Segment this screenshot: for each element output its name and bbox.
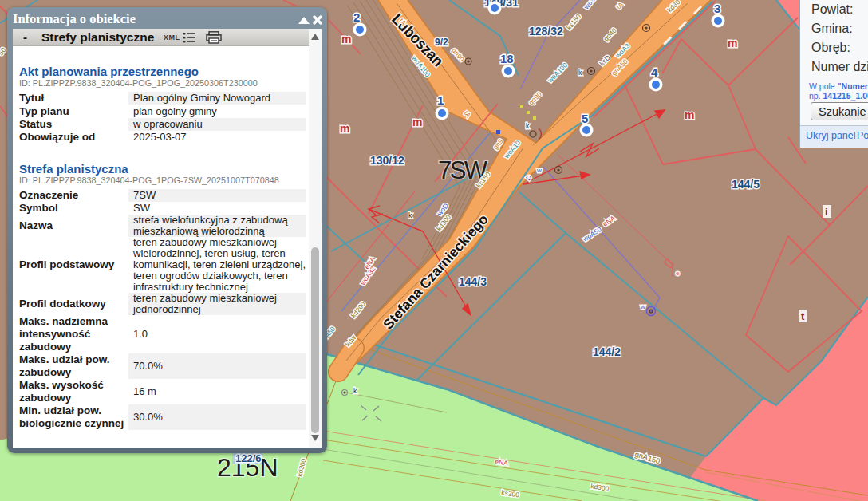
svg-text:18: 18 bbox=[500, 52, 514, 65]
svg-text:3: 3 bbox=[714, 2, 720, 15]
svg-text:130/12: 130/12 bbox=[370, 154, 404, 167]
svg-text:e: e bbox=[676, 270, 680, 277]
svg-text:122/6: 122/6 bbox=[235, 452, 262, 464]
svg-text:5: 5 bbox=[582, 112, 588, 125]
svg-text:m: m bbox=[412, 116, 422, 128]
svg-text:144/2: 144/2 bbox=[593, 345, 621, 358]
svg-text:m: m bbox=[728, 37, 737, 49]
svg-text:144/3: 144/3 bbox=[459, 275, 487, 288]
svg-text:4: 4 bbox=[651, 65, 658, 79]
svg-text:w: w bbox=[536, 167, 542, 174]
svg-text:t: t bbox=[801, 310, 805, 322]
svg-text:w: w bbox=[640, 303, 645, 310]
svg-text:1: 1 bbox=[437, 93, 444, 107]
svg-text:2: 2 bbox=[353, 10, 360, 24]
svg-text:m: m bbox=[685, 108, 694, 121]
svg-text:m: m bbox=[341, 33, 351, 45]
svg-text:9/2: 9/2 bbox=[435, 37, 448, 48]
svg-text:144/5: 144/5 bbox=[732, 178, 760, 191]
svg-text:i: i bbox=[825, 206, 828, 218]
svg-text:128/32: 128/32 bbox=[529, 25, 563, 37]
svg-text:m: m bbox=[340, 122, 349, 135]
